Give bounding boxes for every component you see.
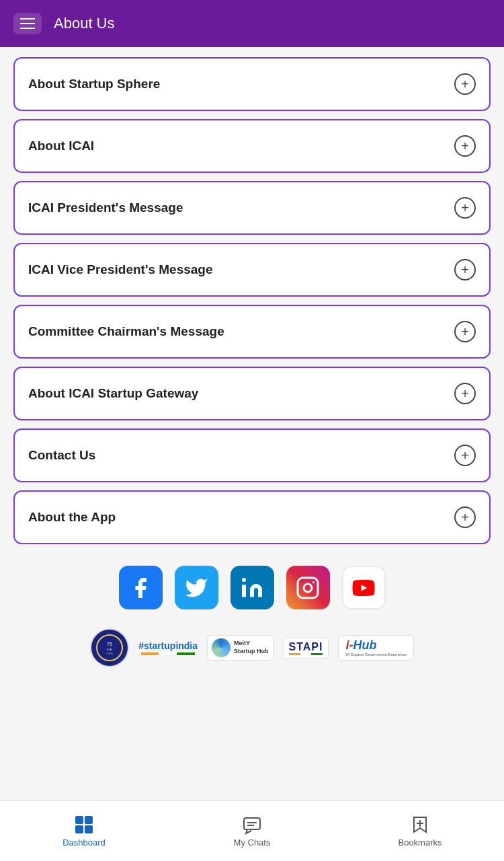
expand-icon-about-startup-sphere: + — [454, 73, 476, 95]
youtube-icon[interactable] — [342, 566, 386, 609]
accordion-label-contact-us: Contact Us — [28, 448, 95, 463]
partner-icai: 75 ICAI YEARS — [90, 631, 129, 665]
expand-icon-icai-president-message: + — [454, 197, 476, 219]
svg-text:YEARS: YEARS — [106, 652, 113, 655]
expand-icon-committee-chairman-message: + — [454, 321, 476, 342]
nav-dashboard[interactable]: Dashboard — [0, 801, 168, 861]
accordion-item-about-icai-startup-gateway[interactable]: About ICAI Startup Gateway + — [13, 367, 491, 420]
nav-my-chats-label: My Chats — [234, 837, 271, 848]
accordion-item-about-the-app[interactable]: About the App + — [13, 490, 491, 544]
accordion-label-about-icai-startup-gateway: About ICAI Startup Gateway — [28, 386, 198, 401]
hamburger-menu-button[interactable] — [13, 13, 42, 34]
accordion-label-committee-chairman-message: Committee Chairman's Message — [28, 324, 224, 339]
dashboard-icon — [74, 815, 94, 835]
accordion-item-about-startup-sphere[interactable]: About Startup Sphere + — [13, 57, 491, 111]
expand-icon-contact-us: + — [454, 445, 476, 466]
svg-rect-11 — [75, 825, 83, 833]
accordion-header-about-icai[interactable]: About ICAI + — [15, 120, 489, 172]
accordion-label-icai-president-message: ICAI President's Message — [28, 200, 183, 215]
accordion-label-about-icai: About ICAI — [28, 139, 94, 153]
accordion-label-about-the-app: About the App — [28, 510, 116, 525]
accordion-header-icai-president-message[interactable]: ICAI President's Message + — [15, 182, 489, 233]
expand-icon-about-icai: + — [454, 135, 476, 157]
bookmarks-icon — [410, 815, 430, 835]
svg-point-3 — [312, 581, 314, 583]
accordion-header-icai-vice-president-message[interactable]: ICAI Vice President's Message + — [15, 244, 489, 295]
content-area: About Startup Sphere + About ICAI + ICAI… — [0, 47, 504, 800]
accordion-item-icai-vice-president-message[interactable]: ICAI Vice President's Message + — [13, 243, 491, 297]
page-title: About Us — [54, 15, 115, 32]
accordion-header-about-the-app[interactable]: About the App + — [15, 492, 489, 543]
accordion-item-about-icai[interactable]: About ICAI + — [13, 119, 491, 173]
svg-point-0 — [242, 578, 246, 582]
accordion-item-committee-chairman-message[interactable]: Committee Chairman's Message + — [13, 305, 491, 359]
svg-point-2 — [304, 584, 312, 592]
partner-ihub: i-Hub IA Gujarat Government Enterprise — [338, 631, 413, 665]
nav-bookmarks-label: Bookmarks — [398, 837, 442, 848]
accordion-header-contact-us[interactable]: Contact Us + — [15, 430, 489, 481]
nav-my-chats[interactable]: My Chats — [168, 801, 336, 861]
expand-icon-icai-vice-president-message: + — [454, 259, 476, 280]
accordion-label-about-startup-sphere: About Startup Sphere — [28, 77, 160, 91]
accordion-label-icai-vice-president-message: ICAI Vice President's Message — [28, 262, 213, 277]
instagram-icon[interactable] — [286, 566, 330, 609]
svg-text:ICAI: ICAI — [107, 648, 112, 651]
svg-rect-13 — [244, 818, 260, 829]
svg-rect-12 — [85, 825, 93, 833]
partner-stapi: STAPI — [283, 631, 329, 665]
nav-dashboard-label: Dashboard — [62, 837, 106, 848]
partner-meity-startup-hub: MeitYStartup Hub — [207, 631, 274, 665]
accordion-header-about-icai-startup-gateway[interactable]: About ICAI Startup Gateway + — [15, 368, 489, 419]
facebook-icon[interactable] — [119, 566, 163, 609]
svg-rect-9 — [75, 816, 83, 824]
accordion-header-committee-chairman-message[interactable]: Committee Chairman's Message + — [15, 306, 489, 357]
twitter-icon[interactable] — [175, 566, 218, 609]
nav-bookmarks[interactable]: Bookmarks — [336, 801, 504, 861]
chats-icon — [242, 815, 262, 835]
accordion-header-about-startup-sphere[interactable]: About Startup Sphere + — [15, 59, 489, 110]
svg-text:75: 75 — [107, 642, 112, 646]
svg-rect-10 — [85, 816, 93, 824]
linkedin-icon[interactable] — [230, 566, 274, 609]
social-icons-row — [13, 552, 491, 616]
bottom-navigation: Dashboard My Chats Bookmarks — [0, 800, 504, 861]
partner-startup-india: #startupindia — [138, 631, 198, 665]
svg-rect-1 — [298, 578, 318, 598]
partners-row: 75 ICAI YEARS #startupindia MeitYStartup… — [13, 624, 491, 678]
header: About Us — [0, 0, 504, 47]
expand-icon-about-icai-startup-gateway: + — [454, 383, 476, 404]
expand-icon-about-the-app: + — [454, 507, 476, 528]
accordion-item-icai-president-message[interactable]: ICAI President's Message + — [13, 181, 491, 235]
accordion-item-contact-us[interactable]: Contact Us + — [13, 428, 491, 482]
